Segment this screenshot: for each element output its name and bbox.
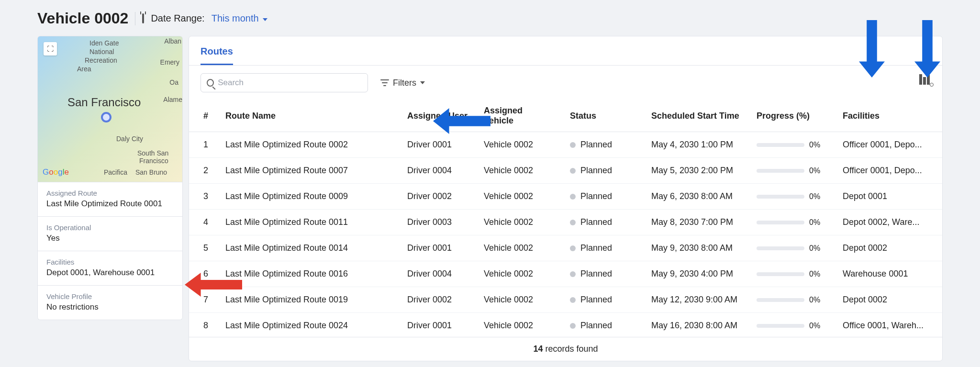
map-place-label: Oa — [169, 78, 178, 86]
progress-bar — [757, 324, 804, 328]
divider — [135, 12, 135, 25]
cell-progress: 0% — [749, 235, 835, 261]
page-title: Vehicle 0002 — [37, 10, 128, 27]
cell-facilities: Office 0001, Wareh... — [835, 313, 942, 337]
status-dot-icon — [570, 168, 576, 174]
progress-bar — [757, 195, 804, 199]
cell-assigned-vehicle: Vehicle 0002 — [476, 287, 562, 313]
status-dot-icon — [570, 220, 576, 225]
table-row[interactable]: 7 Last Mile Optimized Route 0019 Driver … — [189, 287, 942, 313]
status-text: Planned — [580, 191, 612, 201]
search-box[interactable] — [200, 73, 368, 92]
progress-bar — [757, 169, 804, 173]
filters-label: Filters — [393, 78, 416, 88]
cell-route-name: Last Mile Optimized Route 0014 — [218, 235, 400, 261]
cell-assigned-vehicle: Vehicle 0002 — [476, 235, 562, 261]
progress-percent: 0% — [809, 218, 820, 227]
table-row[interactable]: 5 Last Mile Optimized Route 0014 Driver … — [189, 235, 942, 261]
col-index[interactable]: # — [189, 100, 218, 132]
table-row[interactable]: 2 Last Mile Optimized Route 0007 Driver … — [189, 158, 942, 184]
cell-index: 3 — [189, 184, 218, 210]
status-text: Planned — [580, 269, 612, 279]
search-input[interactable] — [218, 78, 362, 88]
col-route-name[interactable]: Route Name — [218, 100, 400, 132]
cell-route-name: Last Mile Optimized Route 0016 — [218, 261, 400, 287]
card-label: Assigned Route — [46, 189, 174, 197]
cell-route-name: Last Mile Optimized Route 0024 — [218, 313, 400, 337]
cell-index: 5 — [189, 235, 218, 261]
map-place-label: Alban — [164, 37, 181, 45]
map-place-label: Area — [77, 65, 91, 73]
cell-status: Planned — [562, 235, 644, 261]
card-value: Depot 0001, Warehouse 0001 — [46, 268, 174, 278]
cell-facilities: Depot 0002, Ware... — [835, 210, 942, 235]
cell-start-time: May 9, 2030 4:00 PM — [644, 261, 749, 287]
google-logo: Google — [43, 167, 69, 177]
table-row[interactable]: 3 Last Mile Optimized Route 0009 Driver … — [189, 184, 942, 210]
table-row[interactable]: 6 Last Mile Optimized Route 0016 Driver … — [189, 261, 942, 287]
card-facilities: Facilities Depot 0001, Warehouse 0001 — [37, 251, 183, 286]
cell-route-name: Last Mile Optimized Route 0007 — [218, 158, 400, 184]
cell-status: Planned — [562, 261, 644, 287]
map-place-label: Alame — [163, 96, 182, 103]
col-facilities[interactable]: Facilities — [835, 100, 942, 132]
map-place-label: Daly City — [116, 135, 143, 143]
table-row[interactable]: 1 Last Mile Optimized Route 0002 Driver … — [189, 132, 942, 158]
cell-assigned-user: Driver 0003 — [400, 210, 476, 235]
status-text: Planned — [580, 166, 612, 176]
progress-bar — [757, 246, 804, 250]
cell-assigned-vehicle: Vehicle 0002 — [476, 184, 562, 210]
cell-facilities: Officer 0001, Depo... — [835, 158, 942, 184]
map-place-label: South San — [137, 149, 168, 157]
tab-routes[interactable]: Routes — [200, 46, 233, 65]
table-row[interactable]: 8 Last Mile Optimized Route 0024 Driver … — [189, 313, 942, 337]
cell-assigned-vehicle: Vehicle 0002 — [476, 132, 562, 158]
gear-icon — [930, 83, 934, 87]
records-footer: 14 records found — [189, 337, 942, 361]
cell-progress: 0% — [749, 132, 835, 158]
cell-index: 1 — [189, 132, 218, 158]
status-text: Planned — [580, 243, 612, 253]
cell-start-time: May 5, 2030 2:00 PM — [644, 158, 749, 184]
progress-percent: 0% — [809, 296, 820, 304]
col-progress[interactable]: Progress (%) — [749, 100, 835, 132]
date-range-picker[interactable]: This month — [212, 13, 267, 24]
progress-percent: 0% — [809, 192, 820, 201]
card-label: Is Operational — [46, 223, 174, 232]
cell-assigned-user: Driver 0002 — [400, 184, 476, 210]
map-city-label: San Francisco — [67, 96, 141, 109]
cell-assigned-vehicle: Vehicle 0002 — [476, 158, 562, 184]
status-text: Planned — [580, 321, 612, 331]
filters-button[interactable]: Filters — [374, 73, 432, 92]
cell-start-time: May 16, 2030 8:00 AM — [644, 313, 749, 337]
fullscreen-button[interactable]: ⛶ — [44, 42, 57, 56]
cell-assigned-user: Driver 0004 — [400, 158, 476, 184]
cell-status: Planned — [562, 287, 644, 313]
cell-progress: 0% — [749, 313, 835, 337]
cell-facilities: Depot 0001 — [835, 184, 942, 210]
map[interactable]: ⛶ San Francisco Iden Gate National Recre… — [37, 36, 183, 182]
cell-assigned-user: Driver 0001 — [400, 132, 476, 158]
cell-assigned-user: Driver 0004 — [400, 261, 476, 287]
search-icon — [207, 79, 214, 87]
cell-assigned-user: Driver 0001 — [400, 235, 476, 261]
progress-bar — [757, 272, 804, 276]
status-dot-icon — [570, 323, 576, 329]
status-text: Planned — [580, 295, 612, 305]
status-dot-icon — [570, 142, 576, 148]
map-place-label: Emery — [160, 58, 179, 66]
table-row[interactable]: 4 Last Mile Optimized Route 0011 Driver … — [189, 210, 942, 235]
cell-assigned-vehicle: Vehicle 0002 — [476, 261, 562, 287]
cell-index: 2 — [189, 158, 218, 184]
sidebar: ⛶ San Francisco Iden Gate National Recre… — [37, 36, 183, 320]
columns-settings-button[interactable] — [919, 74, 931, 85]
col-status[interactable]: Status — [562, 100, 644, 132]
routes-table-wrap: # Route Name Assigned User Assigned Vehi… — [189, 100, 942, 337]
progress-percent: 0% — [809, 270, 820, 278]
status-dot-icon — [570, 194, 576, 200]
date-range-label: Date Range: — [151, 13, 204, 24]
col-start-time[interactable]: Scheduled Start Time — [644, 100, 749, 132]
status-dot-icon — [570, 245, 576, 251]
progress-percent: 0% — [809, 244, 820, 253]
toolbar: Filters — [189, 66, 942, 100]
